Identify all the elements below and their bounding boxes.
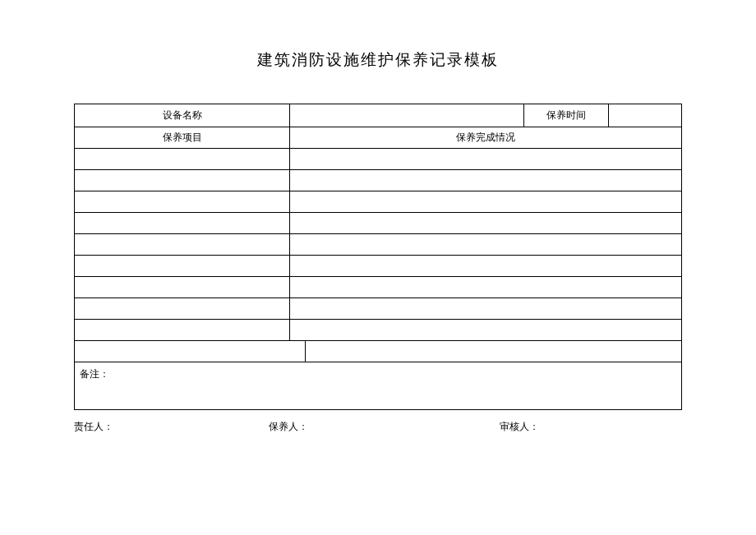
status-cell xyxy=(290,277,682,298)
item-cell xyxy=(75,277,290,298)
notes-label: 备注： xyxy=(80,368,109,380)
table-header-row-1: 设备名称 保养时间 xyxy=(75,104,682,127)
item-cell xyxy=(75,256,290,277)
item-cell xyxy=(75,234,290,256)
table-row xyxy=(75,277,682,298)
table-row xyxy=(75,149,682,170)
notes-cell: 备注： xyxy=(75,362,682,410)
table-row xyxy=(75,170,682,191)
item-cell xyxy=(75,191,290,213)
table-row xyxy=(75,256,682,277)
header-maintenance-time: 保养时间 xyxy=(523,104,608,127)
item-cell xyxy=(75,149,290,170)
item-cell xyxy=(75,320,290,341)
signature-reviewer: 审核人： xyxy=(500,420,682,434)
signature-responsible: 责任人： xyxy=(74,420,269,434)
notes-row: 备注： xyxy=(75,362,682,410)
status-cell xyxy=(290,320,682,341)
status-cell xyxy=(290,191,682,213)
table-row xyxy=(75,234,682,256)
signature-maintainer: 保养人： xyxy=(269,420,500,434)
item-cell xyxy=(75,341,306,362)
document-page: 建筑消防设施维护保养记录模板 设备名称 保养时间 保养项目 保养完成情况 xyxy=(0,0,756,467)
maintenance-time-value xyxy=(609,104,682,127)
item-cell xyxy=(75,298,290,320)
status-cell xyxy=(290,234,682,256)
table-row xyxy=(75,320,682,341)
table-row xyxy=(75,341,682,362)
equipment-name-value xyxy=(290,104,524,127)
status-cell xyxy=(290,298,682,320)
status-cell xyxy=(290,213,682,234)
status-cell xyxy=(290,170,682,191)
item-cell xyxy=(75,170,290,191)
header-maintenance-item: 保养项目 xyxy=(75,127,290,149)
header-completion-status: 保养完成情况 xyxy=(290,127,682,149)
status-cell xyxy=(290,149,682,170)
status-cell xyxy=(290,256,682,277)
table-row xyxy=(75,298,682,320)
table-row xyxy=(75,213,682,234)
status-cell xyxy=(305,341,681,362)
table-row xyxy=(75,191,682,213)
maintenance-record-table: 设备名称 保养时间 保养项目 保养完成情况 备注： xyxy=(74,104,682,410)
item-cell xyxy=(75,213,290,234)
page-title: 建筑消防设施维护保养记录模板 xyxy=(74,49,682,71)
table-header-row-2: 保养项目 保养完成情况 xyxy=(75,127,682,149)
header-equipment-name: 设备名称 xyxy=(75,104,290,127)
signature-line: 责任人： 保养人： 审核人： xyxy=(74,420,682,434)
